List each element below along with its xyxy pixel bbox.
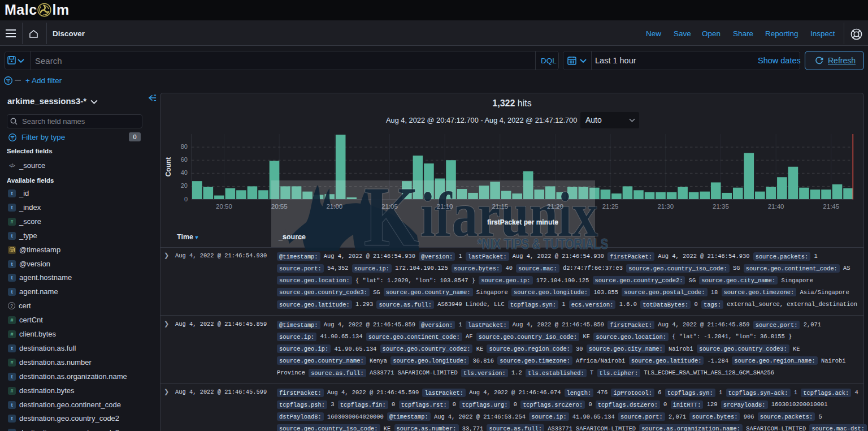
svg-text:*NIX TIPS & TUTORIALS: *NIX TIPS & TUTORIALS <box>478 236 608 252</box>
svg-text:K: K <box>364 169 419 263</box>
